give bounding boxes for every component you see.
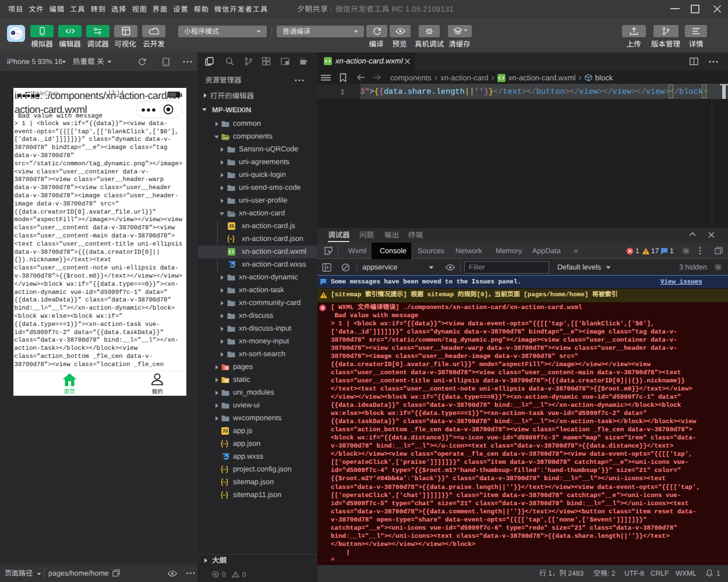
svg-text:%: %: [16, 32, 20, 36]
